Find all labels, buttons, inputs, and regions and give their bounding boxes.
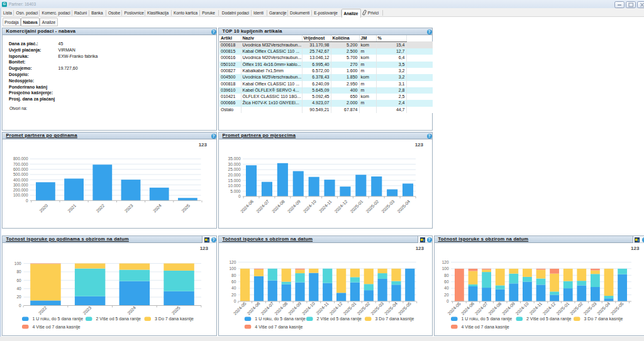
svg-text:2025-01: 2025-01 (349, 199, 364, 214)
svg-text:2021: 2021 (67, 203, 77, 213)
svg-text:20.000: 20.000 (228, 173, 241, 177)
svg-text:120: 120 (442, 260, 449, 264)
svg-text:5.000: 5.000 (230, 189, 241, 193)
svg-text:3 Do 7 dana kasnije: 3 Do 7 dana kasnije (375, 317, 414, 322)
svg-text:2025-05: 2025-05 (610, 301, 625, 316)
svg-text:2024-08: 2024-08 (274, 301, 288, 315)
svg-text:2024-08: 2024-08 (487, 301, 502, 316)
svg-text:2024-07: 2024-07 (255, 199, 270, 214)
svg-text:2024-12: 2024-12 (329, 301, 343, 315)
svg-text:2025: 2025 (180, 203, 191, 213)
svg-text:80: 80 (16, 269, 21, 274)
svg-text:20: 20 (231, 293, 236, 297)
svg-text:100: 100 (14, 261, 21, 266)
svg-text:2024-10: 2024-10 (514, 301, 529, 316)
svg-text:2025-02: 2025-02 (356, 301, 370, 315)
svg-text:120: 120 (229, 260, 236, 264)
svg-text:80: 80 (444, 273, 449, 278)
svg-text:300.000: 300.000 (13, 183, 28, 187)
svg-text:40: 40 (444, 286, 449, 290)
svg-text:2024-12: 2024-12 (333, 199, 348, 214)
svg-text:4 Više od 7 dana kasnije: 4 Više od 7 dana kasnije (462, 325, 509, 330)
svg-text:25.000: 25.000 (228, 167, 241, 171)
svg-text:2024: 2024 (126, 305, 136, 315)
svg-text:100.000: 100.000 (13, 193, 28, 197)
svg-text:60: 60 (444, 279, 449, 284)
svg-text:2025-05: 2025-05 (397, 301, 412, 315)
svg-text:35.000: 35.000 (228, 156, 241, 161)
svg-text:0: 0 (26, 198, 28, 203)
svg-text:500.000: 500.000 (13, 172, 28, 176)
svg-text:2025-04: 2025-04 (384, 301, 398, 315)
svg-text:2024-08: 2024-08 (271, 199, 286, 214)
svg-text:400.000: 400.000 (13, 178, 28, 182)
svg-text:2025-04: 2025-04 (396, 199, 411, 214)
svg-text:2025-02: 2025-02 (569, 301, 584, 316)
svg-text:20: 20 (444, 293, 449, 297)
svg-text:200.000: 200.000 (13, 188, 28, 192)
svg-text:2025-01: 2025-01 (342, 301, 357, 315)
svg-text:2024-11: 2024-11 (528, 301, 543, 316)
svg-text:2025-03: 2025-03 (370, 301, 384, 315)
svg-text:600.000: 600.000 (13, 167, 28, 171)
svg-text:2025-03: 2025-03 (380, 199, 395, 214)
svg-text:1 U roku, do 5 dana ranije: 1 U roku, do 5 dana ranije (462, 317, 513, 322)
svg-text:2 Više od 5 dana ranije: 2 Više od 5 dana ranije (96, 317, 142, 322)
svg-text:100: 100 (442, 266, 449, 271)
svg-text:30.000: 30.000 (228, 162, 241, 166)
svg-text:4 Više od 7 dana kasnije: 4 Više od 7 dana kasnije (33, 325, 80, 330)
svg-text:2024-11: 2024-11 (318, 199, 333, 214)
svg-text:2024-10: 2024-10 (303, 199, 317, 214)
svg-text:2024-06: 2024-06 (240, 199, 254, 214)
svg-text:2024-06: 2024-06 (247, 301, 261, 315)
svg-text:2022: 2022 (96, 203, 106, 213)
svg-text:2025-03: 2025-03 (582, 301, 597, 316)
svg-text:800.000: 800.000 (13, 156, 28, 161)
svg-text:0: 0 (234, 299, 236, 303)
svg-text:60: 60 (16, 278, 21, 283)
svg-text:40: 40 (16, 286, 21, 291)
svg-text:2025: 2025 (171, 305, 181, 315)
svg-text:2025-01: 2025-01 (555, 301, 570, 316)
svg-text:2024-09: 2024-09 (287, 301, 302, 315)
svg-text:2024-06: 2024-06 (460, 301, 475, 316)
svg-text:2024-09: 2024-09 (501, 301, 516, 316)
svg-text:2024-05: 2024-05 (447, 301, 461, 316)
svg-text:2023: 2023 (124, 203, 134, 213)
svg-text:2022: 2022 (38, 305, 48, 315)
svg-text:20: 20 (16, 295, 21, 299)
svg-text:0: 0 (19, 303, 21, 308)
svg-text:60: 60 (231, 279, 236, 284)
svg-text:80: 80 (231, 273, 236, 278)
svg-text:10.000: 10.000 (228, 183, 241, 188)
svg-text:1 U roku, do 5 dana ranije: 1 U roku, do 5 dana ranije (33, 317, 84, 322)
svg-text:0: 0 (238, 194, 241, 198)
svg-text:2025-02: 2025-02 (365, 199, 379, 214)
svg-text:3 Do 7 dana kasnije: 3 Do 7 dana kasnije (584, 317, 623, 322)
svg-text:2023: 2023 (82, 305, 92, 315)
svg-text:2024-10: 2024-10 (301, 301, 316, 315)
svg-text:2024: 2024 (152, 203, 162, 213)
svg-text:3 Do 7 dana kasnije: 3 Do 7 dana kasnije (155, 317, 194, 322)
svg-text:2025-04: 2025-04 (596, 301, 611, 316)
svg-text:2024-07: 2024-07 (260, 301, 274, 315)
svg-text:2 Više od 5 dana ranije: 2 Više od 5 dana ranije (526, 317, 572, 322)
svg-text:4 Više od 7 dana kasnije: 4 Više od 7 dana kasnije (255, 325, 303, 330)
svg-text:2 Više od 5 dana ranije: 2 Više od 5 dana ranije (317, 317, 362, 322)
svg-text:40: 40 (231, 286, 236, 290)
svg-text:15.000: 15.000 (228, 178, 241, 183)
svg-text:2024-11: 2024-11 (315, 301, 330, 315)
svg-text:100: 100 (229, 266, 236, 271)
svg-text:1 U roku, do 5 dana ranije: 1 U roku, do 5 dana ranije (255, 317, 306, 322)
svg-text:2024-09: 2024-09 (287, 199, 301, 214)
svg-text:2024-12: 2024-12 (542, 301, 557, 316)
svg-text:2020: 2020 (38, 203, 48, 213)
svg-text:0: 0 (447, 299, 449, 303)
svg-text:700.000: 700.000 (13, 162, 28, 166)
svg-text:2024-07: 2024-07 (474, 301, 489, 316)
